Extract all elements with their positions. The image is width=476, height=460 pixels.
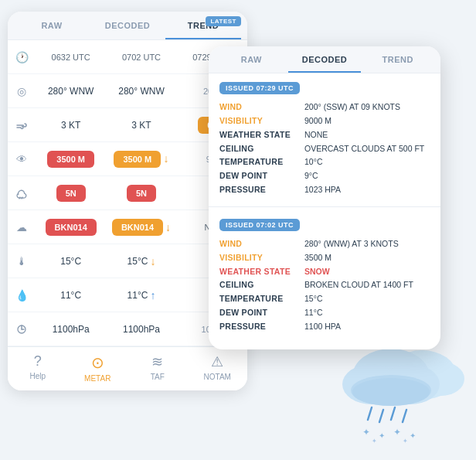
decoded-tab-decoded[interactable]: DECODED	[288, 46, 362, 73]
value-ceil-1: OVERCAST CLOUDS AT 500 FT	[304, 142, 424, 156]
compass-icon: ◎	[8, 85, 36, 97]
svg-point-12	[352, 378, 430, 406]
decoded-tab-trend[interactable]: TREND	[361, 46, 434, 73]
label-wind-2: WIND	[219, 237, 304, 251]
decoded-row-ceil-2: CEILING BROKEN CLOUD AT 1400 FT	[219, 278, 430, 292]
decoded-row-vis-2: VISIBILITY 3500 M	[219, 251, 430, 265]
svg-line-0	[19, 197, 20, 199]
value-temp-2: 15°C	[304, 292, 322, 306]
block-divider	[209, 206, 440, 207]
label-pres-1: PRESSURE	[219, 183, 304, 197]
label-wx-1: WEATHER STATE	[219, 128, 304, 142]
notam-icon: ⚠	[211, 353, 223, 370]
issued-badge-1: ISSUED 07:29 UTC	[219, 82, 300, 94]
decoded-row-pres-1: PRESSURE 1023 HPA	[219, 183, 430, 197]
main-tab-bar-wrapper: RAW DECODED TREND LATEST	[8, 12, 247, 40]
wind-col-1: 3 KT	[36, 115, 106, 135]
tab-decoded[interactable]: DECODED	[90, 12, 165, 39]
time-col-1: 0632 UTC	[36, 48, 106, 66]
taf-icon: ≋	[151, 353, 163, 370]
value-vis-1: 9000 M	[304, 114, 332, 128]
dew-col-2: 11°C ↑	[106, 285, 176, 306]
temp-val-2: 15°C	[128, 256, 148, 267]
wx-col-2: 5N	[106, 180, 176, 206]
nav-taf[interactable]: ≋ TAF	[128, 347, 188, 390]
decoded-row-vis-1: VISIBILITY 9000 M	[219, 114, 430, 128]
value-temp-1: 10°C	[304, 155, 322, 169]
svg-text:✦: ✦	[372, 438, 377, 445]
decoded-tab-bar: RAW DECODED TREND	[209, 46, 440, 73]
decoded-row-wx-2: WEATHER STATE SNOW	[219, 265, 430, 279]
value-wx-1: NONE	[304, 128, 328, 142]
label-ceil-1: CEILING	[219, 142, 304, 156]
label-temp-1: TEMPERATURE	[219, 155, 304, 169]
dew-icon: 💧	[8, 289, 36, 302]
svg-line-13	[368, 407, 372, 420]
latest-badge: LATEST	[206, 16, 241, 26]
decoded-row-dew-2: DEW POINT 11°C	[219, 306, 430, 320]
label-temp-2: TEMPERATURE	[219, 292, 304, 306]
temp-arrow: ↓	[150, 255, 155, 267]
svg-text:✦: ✦	[379, 431, 385, 440]
decoded-row-dew-1: DEW POINT 9°C	[219, 169, 430, 183]
svg-line-16	[403, 410, 406, 422]
temp-icon: 🌡	[8, 255, 36, 267]
decoded-row-wind-2: WIND 280° (WNW) AT 3 KNOTS	[219, 237, 430, 251]
tab-raw[interactable]: RAW	[14, 12, 90, 39]
nav-help-label: Help	[29, 372, 46, 380]
label-ceil-2: CEILING	[219, 278, 304, 292]
issued-badge-2: ISSUED 07:02 UTC	[219, 219, 300, 231]
pressure-icon	[8, 323, 36, 336]
vis-col-1: 3500 M	[36, 146, 106, 172]
decoded-row-pres-2: PRESSURE 1100 HPA	[219, 320, 430, 334]
svg-text:✦: ✦	[362, 427, 370, 438]
label-pres-2: PRESSURE	[219, 320, 304, 334]
value-pres-1: 1023 HPA	[304, 183, 341, 197]
nav-taf-label: TAF	[151, 373, 165, 381]
nav-notam[interactable]: ⚠ NOTAM	[188, 347, 248, 390]
eye-icon: 👁	[8, 153, 36, 165]
rain-icon	[8, 187, 36, 199]
label-dew-2: DEW POINT	[219, 306, 304, 320]
wx-pill-2: 5N	[127, 185, 156, 202]
issued-block-1: ISSUED 07:29 UTC WIND 200° (SSW) AT 09 K…	[209, 73, 440, 203]
wind-col-2: 3 KT	[106, 115, 176, 135]
vis-arrow-down: ↓	[164, 152, 169, 165]
vis-pill-1: 3500 M	[47, 151, 94, 168]
dew-val-2: 11°C	[128, 290, 148, 301]
nav-help[interactable]: ? Help	[8, 347, 68, 390]
label-vis-1: VISIBILITY	[219, 114, 304, 128]
svg-text:✦: ✦	[393, 427, 401, 438]
value-pres-2: 1100 HPA	[304, 320, 341, 334]
value-vis-2: 3500 M	[304, 251, 332, 265]
cloud-icon: ☁	[8, 221, 36, 233]
decoded-tab-raw[interactable]: RAW	[215, 46, 288, 73]
nav-metar[interactable]: ⊙ METAR	[68, 347, 128, 390]
decoded-row-wx-1: WEATHER STATE NONE	[219, 128, 430, 142]
value-wind-1: 200° (SSW) AT 09 KNOTS	[304, 101, 400, 114]
nav-notam-label: NOTAM	[204, 373, 231, 381]
dew-arrow: ↑	[150, 289, 155, 302]
dir-col-2: 280° WNW	[106, 81, 176, 101]
temp-col-2: 15°C ↓	[106, 250, 176, 272]
dew-col-1: 11°C	[36, 285, 106, 305]
cloud-col-1: BKN014	[36, 214, 106, 240]
temp-col-1: 15°C	[36, 251, 106, 271]
issued-block-2: ISSUED 07:02 UTC WIND 280° (WNW) AT 3 KN…	[209, 210, 440, 340]
cloud-pill-1: BKN014	[46, 219, 97, 236]
wx-pill-1: 5N	[56, 185, 86, 202]
svg-text:✦: ✦	[410, 431, 416, 440]
value-wx-2: SNOW	[304, 265, 330, 279]
cloud-col-2: BKN014 ↓	[106, 214, 176, 240]
decoded-row-wind-1: WIND 200° (SSW) AT 09 KNOTS	[219, 101, 430, 114]
cloud-arrow-down: ↓	[165, 221, 171, 233]
bottom-nav: ? Help ⊙ METAR ≋ TAF ⚠ NOTAM	[8, 346, 247, 390]
wx-col-1: 5N	[36, 180, 106, 206]
svg-line-14	[379, 410, 383, 422]
vis-col-2: 3500 M ↓	[106, 146, 176, 172]
decoded-row-ceil-1: CEILING OVERCAST CLOUDS AT 500 FT	[219, 142, 430, 156]
svg-line-1	[22, 197, 22, 199]
metar-icon: ⊙	[91, 353, 104, 372]
svg-text:✦: ✦	[403, 438, 408, 445]
dir-col-1: 280° WNW	[36, 81, 106, 101]
